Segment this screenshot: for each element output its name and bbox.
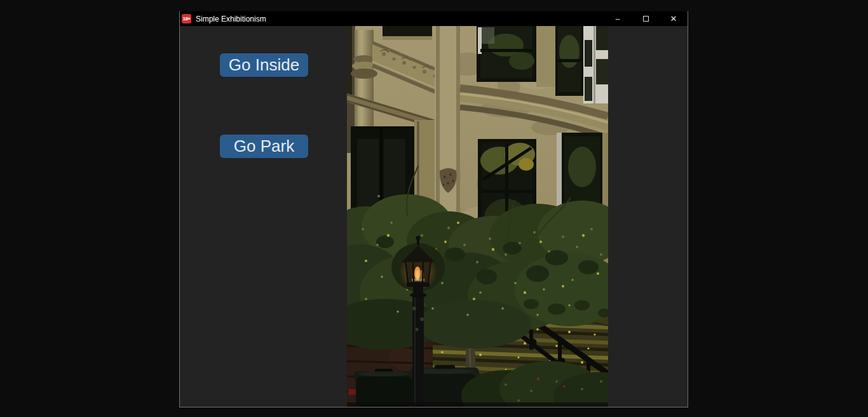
maximize-icon: [643, 16, 649, 22]
app-window: 18+ Simple Exhibitionism – ✕ Go Inside G…: [179, 11, 688, 407]
game-content: Go Inside Go Park: [180, 26, 688, 407]
close-button[interactable]: ✕: [660, 11, 688, 26]
titlebar[interactable]: 18+ Simple Exhibitionism – ✕: [180, 11, 688, 26]
minimize-button[interactable]: –: [604, 11, 632, 26]
window-title: Simple Exhibitionism: [196, 15, 266, 23]
go-park-button[interactable]: Go Park: [220, 135, 308, 158]
window-controls: – ✕: [604, 11, 688, 26]
scene-photo-brownstone: [347, 26, 608, 407]
maximize-button[interactable]: [632, 11, 660, 26]
app-icon-18plus: 18+: [182, 14, 191, 23]
desktop-background: 18+ Simple Exhibitionism – ✕ Go Inside G…: [0, 0, 868, 417]
go-inside-button[interactable]: Go Inside: [220, 53, 308, 77]
